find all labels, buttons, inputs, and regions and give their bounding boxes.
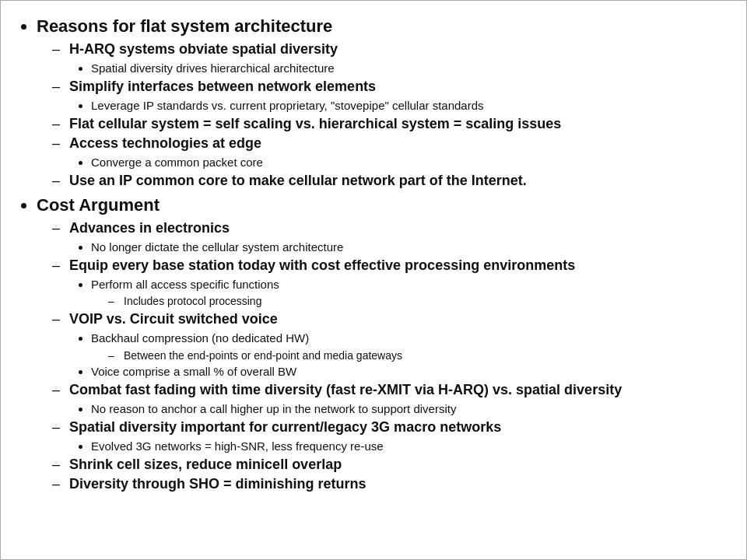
- item-1-1: H-ARQ systems obviate spatial diversity …: [52, 40, 728, 77]
- sub-dash-2-2-1-1: Includes protocol processing: [108, 293, 728, 309]
- bullet-2-3-1: Backhaul compression (no dedicated HW) B…: [91, 330, 728, 363]
- section-2-items: Advances in electronics No longer dictat…: [37, 219, 728, 494]
- section-1-items: H-ARQ systems obviate spatial diversity …: [37, 40, 728, 191]
- section-2-heading: Cost Argument Advances in electronics No…: [37, 194, 728, 494]
- section-1-label: Reasons for flat system architecture: [37, 16, 332, 36]
- sub-dash-2-3-1-1: Between the end-points or end-point and …: [108, 348, 728, 363]
- item-2-5: Spatial diversity important for current/…: [52, 418, 728, 455]
- item-1-4: Access technologies at edge Converge a c…: [52, 134, 728, 171]
- bullet-2-4-1: No reason to anchor a call higher up in …: [91, 401, 728, 418]
- top-level-list: Reasons for flat system architecture H-A…: [19, 15, 728, 494]
- bullet-2-2-1: Perform all access specific functions In…: [91, 276, 728, 310]
- section-1-heading: Reasons for flat system architecture H-A…: [37, 15, 728, 191]
- item-2-6: Shrink cell sizes, reduce minicell overl…: [52, 455, 728, 474]
- bullet-1-2-1: Leverage IP standards vs. current propri…: [91, 97, 728, 114]
- section-2-label: Cost Argument: [37, 195, 160, 215]
- slide: Reasons for flat system architecture H-A…: [0, 0, 747, 560]
- item-1-2: Simplify interfaces between network elem…: [52, 77, 728, 114]
- bullet-2-1-1: No longer dictate the cellular system ar…: [91, 239, 728, 256]
- bullet-1-1-1: Spatial diversity drives hierarchical ar…: [91, 60, 728, 77]
- item-2-4: Combat fast fading with time diversity (…: [52, 380, 728, 418]
- item-2-1: Advances in electronics No longer dictat…: [52, 219, 728, 256]
- item-2-7: Diversity through SHO = diminishing retu…: [52, 474, 728, 494]
- item-1-3: Flat cellular system = self scaling vs. …: [52, 114, 728, 134]
- item-2-3: VOIP vs. Circuit switched voice Backhaul…: [52, 310, 728, 380]
- item-1-5: Use an IP common core to make cellular n…: [52, 171, 728, 191]
- bullet-2-5-1: Evolved 3G networks = high-SNR, less fre…: [91, 438, 728, 455]
- item-2-2: Equip every base station today with cost…: [52, 256, 728, 310]
- bullet-1-4-1: Converge a common packet core: [91, 154, 728, 171]
- bullet-2-3-2: Voice comprise a small % of overall BW: [91, 363, 728, 380]
